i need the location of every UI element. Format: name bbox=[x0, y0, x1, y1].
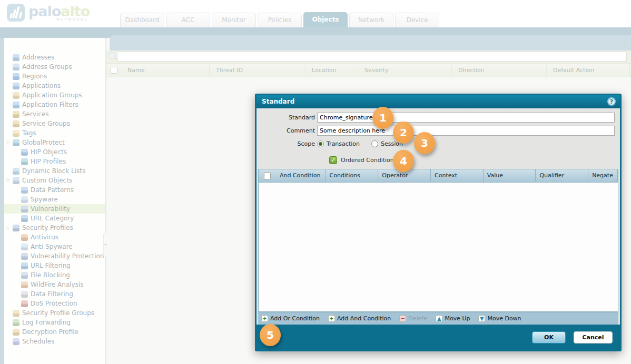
toolbar-button-icon: ▼ bbox=[478, 315, 485, 322]
conditions-grid-body[interactable] bbox=[259, 183, 618, 311]
conditions-select-all-cell bbox=[259, 173, 276, 179]
column-header[interactable]: Conditions bbox=[326, 169, 379, 182]
standard-dialog: Standard ? Standard Comment Scope Transa… bbox=[255, 94, 622, 351]
standard-input[interactable] bbox=[317, 113, 615, 123]
toolbar-button-label: Add Or Condition bbox=[270, 315, 320, 322]
ok-button[interactable]: OK bbox=[532, 331, 566, 343]
toolbar-button-label: Delete bbox=[408, 315, 427, 322]
scope-field-row: Scope Transaction Session bbox=[257, 139, 620, 148]
scope-session-label: Session bbox=[381, 140, 403, 147]
column-header[interactable]: Operator bbox=[378, 169, 431, 182]
ordered-condition-checkbox[interactable]: ✓ bbox=[329, 156, 337, 164]
toolbar-button-icon: + bbox=[261, 315, 268, 322]
scope-transaction-radio[interactable] bbox=[317, 140, 324, 147]
conditions-select-all-checkbox[interactable] bbox=[264, 173, 271, 179]
standard-field-label: Standard bbox=[257, 114, 315, 121]
dialog-title: Standard bbox=[262, 98, 294, 105]
scope-session-radio[interactable] bbox=[371, 140, 378, 147]
conditions-toolbar: + Add Or Condition + Add And Condition −… bbox=[258, 312, 618, 325]
dialog-titlebar: Standard ? bbox=[257, 95, 620, 108]
help-icon[interactable]: ? bbox=[607, 97, 616, 106]
scope-transaction-label: Transaction bbox=[327, 140, 360, 147]
scope-field-label: Scope bbox=[257, 140, 315, 147]
ordered-condition-row: ✓ Ordered Condition Match bbox=[329, 155, 620, 165]
column-header[interactable]: And Condition bbox=[276, 169, 326, 182]
toolbar-button[interactable]: + Add And Condition bbox=[328, 315, 391, 322]
column-header[interactable]: Value bbox=[484, 169, 536, 182]
cancel-button[interactable]: Cancel bbox=[574, 331, 613, 343]
column-header[interactable]: Context bbox=[431, 169, 484, 182]
column-header[interactable]: Qualifier bbox=[536, 169, 588, 182]
toolbar-button[interactable]: ▼ Move Down bbox=[478, 315, 521, 322]
toolbar-button-icon: − bbox=[399, 315, 406, 322]
comment-input[interactable] bbox=[317, 126, 615, 136]
ordered-condition-label: Ordered Condition Match bbox=[341, 157, 413, 164]
toolbar-button[interactable]: − Delete bbox=[399, 315, 427, 322]
toolbar-button-label: Move Up bbox=[445, 315, 470, 322]
toolbar-button-label: Move Down bbox=[487, 315, 521, 322]
comment-field-row: Comment bbox=[257, 126, 620, 136]
comment-field-label: Comment bbox=[257, 127, 315, 134]
toolbar-button-icon: + bbox=[328, 315, 335, 322]
standard-field-row: Standard bbox=[257, 113, 620, 123]
dialog-footer: OK Cancel bbox=[257, 325, 620, 350]
toolbar-button-label: Add And Condition bbox=[337, 315, 391, 322]
toolbar-button-icon: ▲ bbox=[436, 315, 442, 322]
dialog-form: Standard Comment Scope Transaction Sessi… bbox=[257, 108, 620, 165]
conditions-grid: And ConditionConditionsOperatorContextVa… bbox=[258, 169, 618, 312]
toolbar-button[interactable]: + Add Or Condition bbox=[261, 315, 320, 322]
column-header[interactable]: Negate bbox=[588, 169, 618, 182]
toolbar-button[interactable]: ▲ Move Up bbox=[436, 315, 470, 322]
conditions-grid-header: And ConditionConditionsOperatorContextVa… bbox=[259, 169, 618, 183]
